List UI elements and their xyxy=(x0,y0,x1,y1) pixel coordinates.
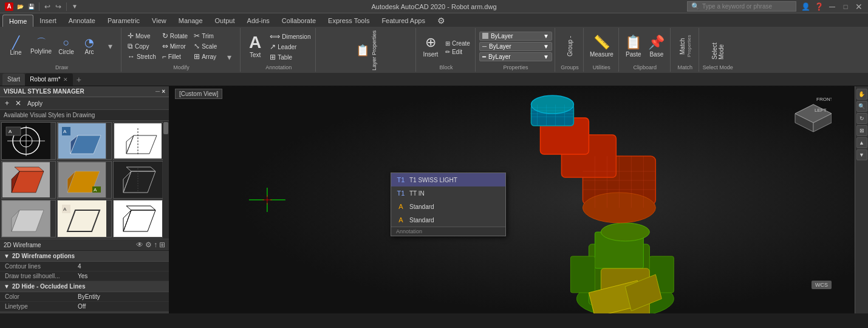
nav-pan-button[interactable]: ✋ xyxy=(856,89,867,100)
vsm-settings-icon[interactable]: ⚙ xyxy=(145,241,152,249)
nav-down-button[interactable]: ▼ xyxy=(856,149,867,160)
bylayer-linetype-dropdown[interactable]: ─ ByLayer ▼ xyxy=(479,42,552,51)
fillet-button[interactable]: ⌐ Fillet xyxy=(160,52,190,61)
tab-collaborate[interactable]: Collaborate xyxy=(276,15,322,27)
vsm-item-sketchy[interactable]: A xyxy=(57,200,112,237)
titlebar: A 📂 💾 ↩ ↪ ▼ Autodesk AutoCAD 2020 - Robo… xyxy=(0,0,868,13)
vsm-export-icon[interactable]: ↑ xyxy=(154,241,157,249)
copy-button[interactable]: ⧉ Copy xyxy=(125,41,159,51)
tab-addins[interactable]: Add-ins xyxy=(241,15,276,27)
trim-button[interactable]: ✂ Trim xyxy=(191,31,219,41)
tab-add-button[interactable]: + xyxy=(73,73,85,86)
open-icon[interactable]: 📂 xyxy=(16,2,24,11)
text-button[interactable]: A Text xyxy=(244,30,266,62)
font-item-tt-in[interactable]: T1 TT IN xyxy=(391,186,505,200)
match-properties-button[interactable]: Match Properties xyxy=(674,30,696,62)
tab-manage[interactable]: Manage xyxy=(173,15,209,27)
maximize-button[interactable]: □ xyxy=(841,2,850,11)
redo-icon[interactable]: ↪ xyxy=(54,2,63,11)
vsm-delete-button[interactable]: ✕ xyxy=(13,98,24,108)
vsm-item-2d-wireframe[interactable]: A xyxy=(1,122,56,160)
dimension-button[interactable]: ⟺ Dimension xyxy=(267,32,313,41)
occluded-lines-header[interactable]: ▼ 2D Hide - Occluded Lines xyxy=(0,281,169,292)
font-item-standard-1[interactable]: A Standard xyxy=(391,200,505,213)
undo-icon[interactable]: ↩ xyxy=(43,2,52,11)
vsm-item-hidden[interactable] xyxy=(113,122,168,160)
polyline-button[interactable]: ⌒ Polyline xyxy=(28,30,54,62)
rotate-button[interactable]: ↻ Rotate xyxy=(160,31,190,41)
leader-button[interactable]: ↗ Leader xyxy=(267,42,313,52)
vsm-item-shaded[interactable]: A xyxy=(57,161,112,199)
vsm-item-shades-grey[interactable] xyxy=(1,200,56,237)
circle-button[interactable]: ○ Circle xyxy=(55,30,77,62)
save-icon[interactable]: 💾 xyxy=(27,2,35,11)
vsm-close-button[interactable]: × xyxy=(162,88,165,95)
tab-home[interactable]: Home xyxy=(2,15,33,27)
tab-annotate[interactable]: Annotate xyxy=(63,15,101,27)
base-button[interactable]: 📌 Base xyxy=(646,30,668,62)
tab-start[interactable]: Start xyxy=(2,73,25,86)
scale-button[interactable]: ⤡ Scale xyxy=(191,41,219,51)
tab-custom[interactable]: ⚙ xyxy=(431,15,451,27)
close-button[interactable]: ✕ xyxy=(855,2,863,11)
vsm-minus-button[interactable]: ─ xyxy=(155,88,160,95)
vsm-new-button[interactable]: + xyxy=(2,98,12,108)
paste-button[interactable]: 📋 Paste xyxy=(623,30,644,62)
svg-text:LEFT: LEFT xyxy=(815,108,827,113)
mirror-button[interactable]: ⇔ Mirror xyxy=(160,41,190,51)
vsm-toolbar: + ✕ Apply xyxy=(0,97,169,110)
help-icon[interactable]: ❓ xyxy=(815,2,823,11)
vsm-mode-label: 2D Wireframe xyxy=(4,242,41,248)
font-item-swiss-light[interactable]: T1 T1 SWISS LIGHT xyxy=(391,173,505,186)
tab-output[interactable]: Output xyxy=(209,15,241,27)
measure-button[interactable]: 📏 Measure xyxy=(587,30,616,62)
tab-parametric[interactable]: Parametric xyxy=(101,15,146,27)
tab-insert[interactable]: Insert xyxy=(33,15,63,27)
edit-block-button[interactable]: ✏ Edit xyxy=(443,48,473,56)
nav-orbit-button[interactable]: ↻ xyxy=(856,113,867,124)
modify-expand-button[interactable]: ▾ xyxy=(220,51,238,63)
arc-button[interactable]: ◔ Arc xyxy=(78,30,100,62)
user-icon[interactable]: 👤 xyxy=(801,2,810,11)
view-label[interactable]: [Custom View] xyxy=(175,89,222,99)
extra-icon[interactable]: ▼ xyxy=(70,2,79,11)
vsm-item-edges-only[interactable] xyxy=(113,161,168,199)
tab-featured[interactable]: Featured Apps xyxy=(375,15,431,27)
draw-expand-button[interactable]: ▾ xyxy=(101,40,118,52)
create-block-button[interactable]: ⊞ Create xyxy=(443,39,473,47)
style-font-icon-2: A xyxy=(396,215,406,225)
stretch-button[interactable]: ↔ Stretch xyxy=(125,52,159,61)
tab-express[interactable]: Express Tools xyxy=(322,15,375,27)
tab-view[interactable]: View xyxy=(146,15,173,27)
table-button[interactable]: ⊞ Table xyxy=(267,52,313,62)
vsm-apply-button[interactable]: Apply xyxy=(25,100,45,108)
viewport-cube[interactable]: LEFT FRONT xyxy=(783,92,832,135)
intersection-edges-header[interactable]: ▼ 2D Hide - Intersection Edges xyxy=(0,312,169,313)
nav-zoom-button[interactable]: 🔍 xyxy=(856,101,867,112)
layer-properties-button[interactable]: 📋 Layer Properties xyxy=(320,29,412,72)
vsm-item-wireframe[interactable] xyxy=(113,200,168,237)
minimize-button[interactable]: ─ xyxy=(828,2,836,11)
vsm-title: VISUAL STYLES MANAGER xyxy=(4,88,84,95)
nav-up-button[interactable]: ▲ xyxy=(856,137,867,148)
insert-button[interactable]: ⊕ Insert xyxy=(420,30,442,62)
nav-extent-button[interactable]: ⊠ xyxy=(856,125,867,136)
vsm-item-conceptual[interactable]: A xyxy=(57,122,112,160)
move-button[interactable]: ✛ Move xyxy=(125,31,159,41)
bylayer-color-dropdown[interactable]: ByLayer ▼ xyxy=(479,32,552,41)
array-button[interactable]: ⊞ Array xyxy=(191,52,219,61)
group-button[interactable]: Group - xyxy=(559,30,581,62)
vsm-eye-icon[interactable]: 👁 xyxy=(136,241,143,249)
line-button[interactable]: ╱ Line xyxy=(5,30,27,62)
tab-close-button[interactable]: ✕ xyxy=(63,77,68,83)
bylayer-lineweight-dropdown[interactable]: ━ ByLayer ▼ xyxy=(479,52,552,61)
select-mode-button[interactable]: Select Mode xyxy=(707,30,729,62)
tab-robot-arm[interactable]: Robot arm* ✕ xyxy=(25,73,73,86)
autocad-icon[interactable]: A xyxy=(5,2,13,11)
vsm-item-realistic[interactable] xyxy=(1,161,56,199)
vsm-scrollbar[interactable] xyxy=(163,121,169,239)
vsm-fit-icon[interactable]: ⊞ xyxy=(159,241,165,249)
wireframe-options-header[interactable]: ▼ 2D Wireframe options xyxy=(0,251,169,262)
search-bar[interactable]: 🔍 Type a keyword or phrase xyxy=(687,1,796,12)
font-item-standard-2[interactable]: A Standard xyxy=(391,213,505,227)
